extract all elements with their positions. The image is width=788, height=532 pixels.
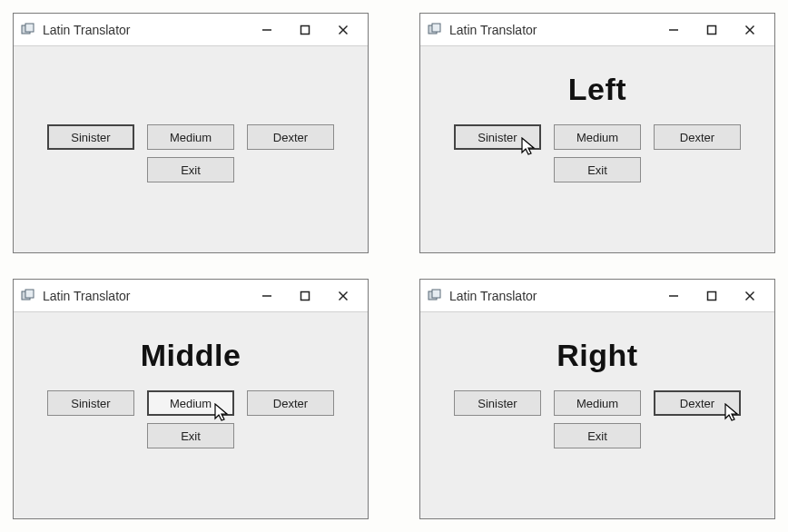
window-latin-translator: Latin Translator Left Sinister — [419, 13, 775, 253]
titlebar: Latin Translator — [420, 14, 774, 46]
window-latin-translator: Latin Translator Sinister Medium — [13, 13, 369, 253]
sinister-button[interactable]: Sinister — [454, 390, 541, 416]
sinister-button[interactable]: Sinister — [47, 390, 134, 416]
translation-label: Middle — [26, 320, 355, 390]
button-label: Sinister — [478, 131, 517, 144]
close-button[interactable] — [324, 17, 362, 43]
exit-row: Exit — [433, 157, 762, 182]
dexter-button[interactable]: Dexter — [654, 390, 741, 416]
maximize-button[interactable] — [693, 17, 731, 43]
exit-row: Exit — [26, 423, 355, 448]
sinister-button[interactable]: Sinister — [47, 124, 134, 150]
window-latin-translator: Latin Translator Right Sinister M — [419, 279, 775, 519]
svg-rect-16 — [301, 291, 310, 300]
translation-label: Left — [433, 54, 762, 124]
exit-row: Exit — [433, 423, 762, 448]
svg-marker-12 — [522, 138, 534, 154]
svg-rect-14 — [25, 290, 34, 298]
close-button[interactable] — [731, 283, 769, 309]
minimize-button[interactable] — [655, 17, 693, 43]
translation-text: Middle — [141, 338, 241, 373]
medium-button[interactable]: Medium — [147, 390, 234, 416]
close-button[interactable] — [731, 17, 769, 43]
maximize-button[interactable] — [693, 283, 731, 309]
client-area: Sinister Medium Dexter Exit — [14, 46, 368, 252]
exit-row: Exit — [26, 157, 355, 182]
maximize-button[interactable] — [286, 17, 324, 43]
minimize-button[interactable] — [248, 283, 286, 309]
button-label: Medium — [170, 397, 212, 410]
exit-button[interactable]: Exit — [554, 423, 641, 448]
translation-text: Left — [568, 72, 626, 107]
dexter-button[interactable]: Dexter — [247, 390, 334, 416]
button-label: Dexter — [680, 397, 714, 410]
titlebar: Latin Translator — [14, 280, 368, 312]
svg-rect-7 — [432, 24, 440, 32]
minimize-button[interactable] — [655, 283, 693, 309]
app-icon — [428, 289, 442, 303]
dexter-button[interactable]: Dexter — [654, 124, 741, 150]
medium-button[interactable]: Medium — [554, 124, 641, 150]
svg-rect-3 — [301, 25, 310, 34]
translation-text: Right — [557, 338, 637, 373]
window-title: Latin Translator — [43, 289, 131, 303]
sinister-button[interactable]: Sinister — [454, 124, 541, 150]
exit-button[interactable]: Exit — [147, 157, 234, 182]
medium-button[interactable]: Medium — [147, 124, 234, 150]
dexter-button[interactable]: Dexter — [247, 124, 334, 150]
close-button[interactable] — [324, 283, 362, 309]
app-icon — [428, 23, 442, 37]
window-latin-translator: Latin Translator Middle Sinister — [13, 279, 369, 519]
maximize-button[interactable] — [286, 283, 324, 309]
client-area: Right Sinister Medium Dexter Exit — [420, 312, 774, 518]
svg-marker-26 — [725, 404, 737, 420]
svg-marker-19 — [215, 404, 227, 420]
minimize-button[interactable] — [248, 17, 286, 43]
window-grid: Latin Translator Sinister Medium — [13, 13, 775, 519]
svg-rect-23 — [708, 291, 716, 300]
svg-rect-21 — [432, 290, 440, 298]
button-row: Sinister Medium Dexter — [433, 124, 762, 150]
screenshot-canvas: Latin Translator Sinister Medium — [0, 0, 788, 532]
app-icon — [21, 289, 35, 303]
exit-button[interactable]: Exit — [554, 157, 641, 182]
medium-button[interactable]: Medium — [554, 390, 641, 416]
titlebar: Latin Translator — [420, 280, 774, 312]
window-title: Latin Translator — [449, 23, 537, 37]
app-icon — [21, 23, 35, 37]
exit-button[interactable]: Exit — [147, 423, 234, 448]
client-area: Left Sinister Medium Dexter Exit — [420, 46, 774, 252]
translation-label: Right — [433, 320, 762, 390]
button-row: Sinister Medium Dexter — [26, 124, 355, 150]
window-title: Latin Translator — [449, 289, 537, 303]
button-row: Sinister Medium Dexter — [26, 390, 355, 416]
window-title: Latin Translator — [43, 23, 131, 37]
translation-label — [26, 54, 355, 124]
svg-rect-1 — [25, 24, 34, 32]
client-area: Middle Sinister Medium Dexter Exit — [14, 312, 368, 518]
button-row: Sinister Medium Dexter — [433, 390, 762, 416]
titlebar: Latin Translator — [14, 14, 368, 46]
svg-rect-9 — [708, 25, 716, 34]
